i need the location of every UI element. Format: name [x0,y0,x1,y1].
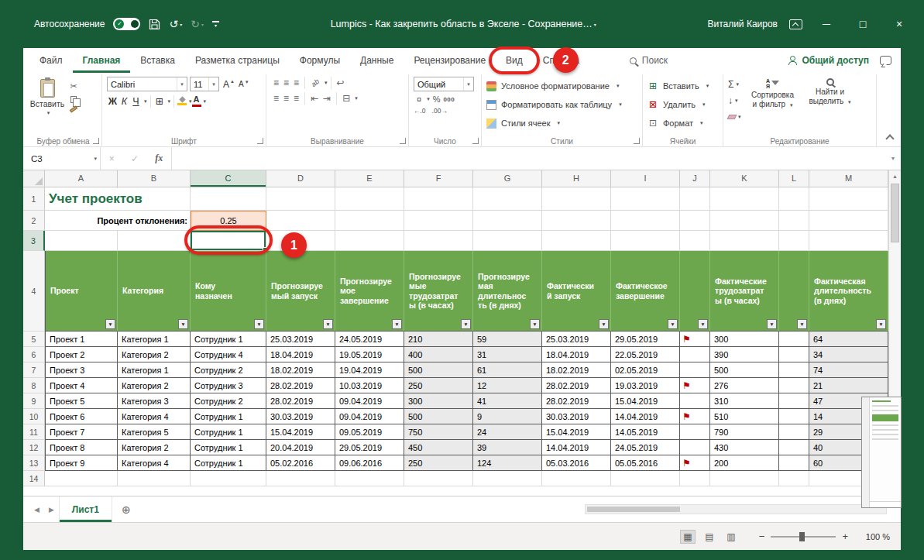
cell[interactable]: 05.02.2016 [266,455,335,471]
sort-filter-button[interactable]: А Я Сортировка и фильтр ▾ [744,77,802,135]
column-header-D[interactable]: D [266,170,335,187]
horizontal-scrollbar-thumb[interactable] [587,507,680,512]
sheet-nav-right-icon[interactable]: ▶ [49,506,54,514]
comma-format-button[interactable]: 000 [443,96,455,103]
cell[interactable] [779,187,809,211]
cell[interactable]: Сотрудник 1 [191,424,266,440]
minimize-button[interactable]: ─ [814,18,839,30]
percent-format-button[interactable]: % [433,94,441,104]
cell[interactable]: 15.04.2019 [542,424,611,440]
cell[interactable]: Сотрудник 3 [191,378,266,393]
cell[interactable]: Категория 3 [118,393,191,409]
filter-button[interactable]: ▼ [178,319,188,329]
sheet-tab-list1[interactable]: Лист1 [59,496,112,522]
cell[interactable] [473,211,542,231]
page-layout-view-button[interactable]: ▤ [702,530,717,544]
table-header-K[interactable]: Фактические трудозатраты (в часах)▼ [710,251,779,332]
row-header-1[interactable]: 1 [23,187,45,211]
cell[interactable] [266,471,335,486]
filter-button[interactable]: ▼ [876,319,886,329]
cell[interactable] [404,187,473,211]
zoom-slider-thumb[interactable] [799,532,805,541]
share-button[interactable]: Общий доступ [788,48,869,73]
table-header-L[interactable]: ▼ [779,251,809,332]
cell[interactable]: 510 [710,409,779,424]
cell[interactable]: 14.05.2019 [611,424,680,440]
table-header-B[interactable]: Категория▼ [118,251,191,332]
cell[interactable]: 05.03.2016 [542,455,611,471]
zoom-slider[interactable] [771,536,836,538]
cell[interactable] [191,187,266,211]
cell[interactable]: 09.04.2019 [335,409,404,424]
cell[interactable]: 750 [404,424,473,440]
cell[interactable]: 39 [473,440,542,455]
row-header-4[interactable]: 4 [23,251,45,332]
column-header-C[interactable]: C [191,170,266,187]
expand-formula-bar-icon[interactable]: ▼ [885,147,901,170]
decrease-indent-button[interactable]: ⇤ [311,93,318,104]
cell[interactable]: 18.02.2019 [266,362,335,378]
cell[interactable]: 276 [710,378,779,393]
cell[interactable] [404,231,473,251]
tab-page-layout[interactable]: Разметка страницы [185,48,290,73]
cell[interactable]: 09.04.2019 [335,393,404,409]
orientation-button[interactable]: ab [310,77,321,88]
cell[interactable]: 02.05.2019 [611,362,680,378]
dialog-launcher-icon[interactable] [472,138,479,144]
cell[interactable] [680,471,710,486]
row-header-6[interactable]: 6 [23,347,45,362]
increase-decimal-button[interactable]: ←.0 [414,107,426,115]
redo-button[interactable]: ↻ ▾ [191,18,204,30]
cell[interactable]: Категория 2 [118,347,191,362]
table-header-J[interactable]: ▼ [680,251,710,332]
cell[interactable]: Проект 4 [45,378,118,393]
table-header-A[interactable]: Проект▼ [45,251,118,332]
cell[interactable]: 200 [710,455,779,471]
align-top-button[interactable]: ≡ [273,77,279,88]
cell[interactable]: Сотрудник 1 [191,409,266,424]
underline-button[interactable]: Ч [130,94,142,108]
normal-view-button[interactable]: ▦ [680,530,696,544]
cell[interactable]: Проект 8 [45,440,118,455]
cell[interactable]: 24.05.2019 [611,440,680,455]
scroll-up-icon[interactable]: ▲ [892,170,898,182]
cell[interactable]: ⚑ [680,409,710,424]
number-format-combo[interactable]: Общий ▾ [414,77,474,91]
paste-button[interactable]: Вставить ▾ [29,77,65,135]
cell[interactable]: 24.05.2019 [335,332,404,347]
tab-insert[interactable]: Вставка [130,48,185,73]
cell[interactable]: Проект 6 [45,409,118,424]
cell[interactable]: Проект 5 [45,393,118,409]
format-cells-button[interactable]: ⊡ Формат ▾ [647,114,720,132]
cell[interactable]: 28.02.2019 [542,378,611,393]
align-bottom-button[interactable]: ≡ [294,77,299,88]
cell[interactable]: Проект 7 [45,424,118,440]
row-header-11[interactable]: 11 [23,424,45,440]
cell[interactable]: 500 [404,362,473,378]
cell-deviation-label[interactable]: Процент отклонения: [45,211,191,231]
bold-button[interactable]: Ж [107,94,119,108]
filter-button[interactable]: ▼ [254,319,264,329]
cell[interactable]: Категория 1 [118,332,191,347]
cell[interactable] [779,393,809,409]
cell[interactable]: Категория 4 [118,455,191,471]
cell[interactable] [809,211,888,231]
cell[interactable]: Категория 2 [118,378,191,393]
cell[interactable]: 15.04.2019 [611,393,680,409]
undo-button[interactable]: ↺ ▾ [169,18,182,30]
cell[interactable] [680,440,710,455]
cell[interactable] [779,471,809,486]
insert-function-button[interactable]: fx [155,153,163,164]
cell[interactable] [542,211,611,231]
cell[interactable]: 12 [473,378,542,393]
table-header-G[interactable]: Прогнозируемая длительность (в днях)▼ [473,251,542,332]
cell[interactable] [680,362,710,378]
cell[interactable]: Проект 1 [45,332,118,347]
cell[interactable]: Сотрудник 2 [191,362,266,378]
cell[interactable]: 41 [473,393,542,409]
cell[interactable] [680,231,710,251]
filter-button[interactable]: ▼ [105,319,115,329]
cell[interactable]: ⚑ [680,378,710,393]
column-header-A[interactable]: A [45,170,118,187]
cell[interactable]: 28.02.2019 [266,378,335,393]
